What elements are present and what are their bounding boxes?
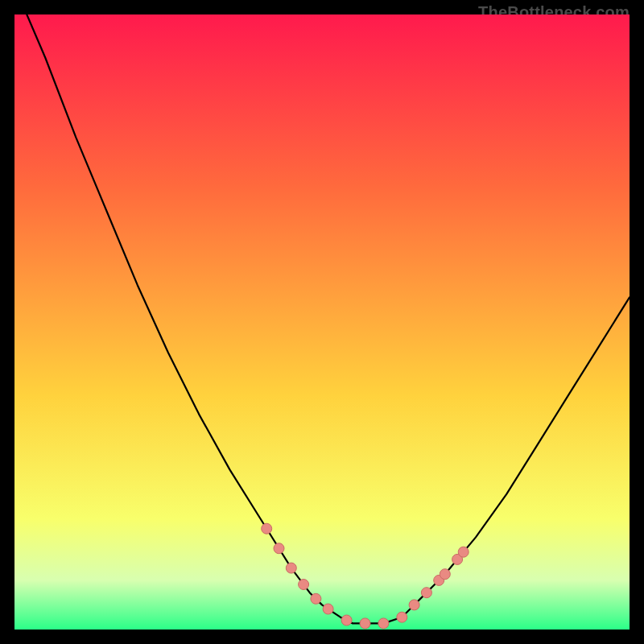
valley-dot <box>378 618 389 629</box>
gradient-bg <box>14 14 630 630</box>
chart-stage: TheBottleneck.com <box>0 0 644 644</box>
chart-svg <box>14 14 630 630</box>
valley-dot <box>311 593 321 604</box>
valley-dot <box>440 569 450 580</box>
valley-dot <box>360 618 370 629</box>
valley-dot <box>274 543 284 554</box>
valley-dot <box>409 600 419 610</box>
valley-dot <box>421 588 431 598</box>
plot-area <box>14 14 630 630</box>
valley-dot <box>341 615 352 625</box>
valley-dot <box>299 580 309 590</box>
valley-dot <box>286 563 296 573</box>
valley-dot <box>323 604 333 614</box>
valley-dot <box>262 523 272 534</box>
valley-dot <box>458 547 469 557</box>
valley-dot <box>397 612 407 622</box>
